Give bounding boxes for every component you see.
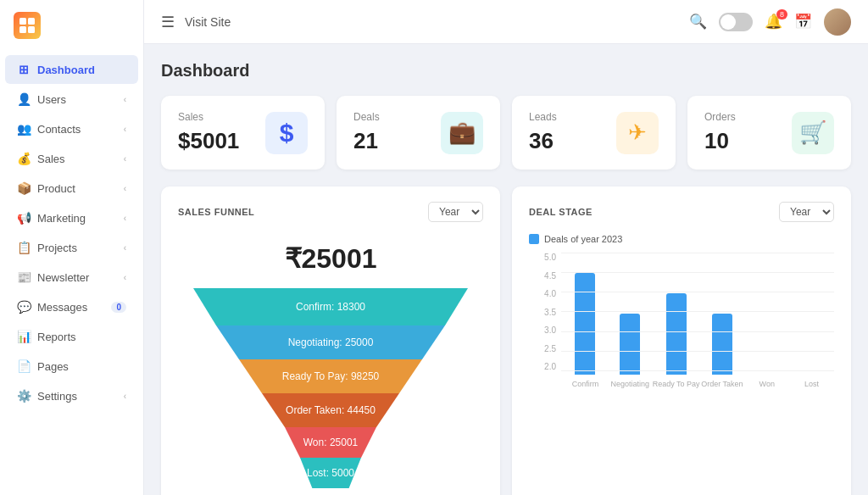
dashboard-icon: ⊞ <box>17 63 31 76</box>
sidebar-item-users[interactable]: 👤 Users ‹ <box>5 85 138 114</box>
bar-label-3: Order Taken <box>701 380 743 388</box>
nav-label-product: Product <box>37 182 75 195</box>
chevron-marketing: ‹ <box>124 214 126 223</box>
marketing-icon: 📢 <box>17 211 31 225</box>
y-label: 5.0 <box>544 253 556 262</box>
bar-group-3: Order Taken <box>700 314 745 388</box>
legend-label: Deals of year 2023 <box>544 234 622 244</box>
sidebar-item-marketing[interactable]: 📢 Marketing ‹ <box>5 203 138 232</box>
bar-group-4: Won <box>744 375 789 388</box>
messages-icon: 💬 <box>17 300 31 314</box>
stat-value-sales: $5001 <box>178 128 239 154</box>
funnel-segment-5: Lost: 5000 <box>178 458 483 488</box>
nav-left-projects: 📋 Projects <box>17 241 77 254</box>
stat-icon-deals: 💼 <box>441 112 483 154</box>
sidebar-item-projects[interactable]: 📋 Projects ‹ <box>5 233 138 262</box>
sidebar-item-newsletter[interactable]: 📰 Newsletter ‹ <box>5 263 138 292</box>
bar-label-1: Negotiating <box>610 380 649 388</box>
notification-badge: 8 <box>776 9 787 19</box>
bar-1 <box>620 314 640 375</box>
chevron-sales: ‹ <box>124 154 126 164</box>
chevron-product: ‹ <box>124 184 126 193</box>
deal-stage-card: DEAL STAGE Year 2023 2022 Deals of year … <box>512 186 851 495</box>
y-axis: 5.04.54.03.53.02.52.0 <box>529 253 561 371</box>
svg-rect-3 <box>28 26 35 33</box>
sidebar-item-pages[interactable]: 📄 Pages <box>5 352 138 381</box>
deal-year-select[interactable]: Year 2023 2022 <box>779 202 834 222</box>
sales-funnel-card: SALES FUNNEL Year 2023 2022 ₹25001 Confi… <box>161 186 500 495</box>
sidebar-item-reports[interactable]: 📊 Reports <box>5 322 138 351</box>
stat-label-deals: Deals <box>353 111 380 123</box>
y-label: 3.0 <box>544 325 556 335</box>
sidebar: ⊞ Dashboard 👤 Users ‹ 👥 Contacts ‹ 💰 Sal… <box>0 0 144 495</box>
stat-value-orders: 10 <box>704 128 736 154</box>
nav-label-reports: Reports <box>37 331 76 343</box>
chevron-newsletter: ‹ <box>124 273 126 282</box>
bar-label-5: Lost <box>804 380 819 388</box>
funnel-year-select[interactable]: Year 2023 2022 <box>428 202 483 222</box>
bar-label-0: Confirm <box>572 380 599 388</box>
notification-icon[interactable]: 🔔 8 <box>765 13 782 31</box>
bar-chart: 5.04.54.03.53.02.52.0 Confirm Negotiatin… <box>529 253 834 388</box>
sidebar-item-dashboard[interactable]: ⊞ Dashboard <box>5 55 138 84</box>
main-area: ☰ Visit Site 🔍 🔔 8 📅 Dashboard Sales $50… <box>144 0 868 495</box>
sidebar-item-product[interactable]: 📦 Product ‹ <box>5 174 138 203</box>
nav-label-settings: Settings <box>37 390 77 403</box>
y-label: 4.5 <box>544 271 556 281</box>
nav-label-contacts: Contacts <box>37 123 81 136</box>
sidebar-item-sales[interactable]: 💰 Sales ‹ <box>5 144 138 173</box>
contacts-icon: 👥 <box>17 122 31 136</box>
funnel-header: SALES FUNNEL Year 2023 2022 <box>178 202 483 222</box>
nav-label-marketing: Marketing <box>37 212 86 225</box>
sidebar-nav: ⊞ Dashboard 👤 Users ‹ 👥 Contacts ‹ 💰 Sal… <box>0 51 143 495</box>
reports-icon: 📊 <box>17 330 31 343</box>
legend-dot <box>529 234 539 244</box>
header-icons: 🔍 🔔 8 📅 <box>689 8 851 36</box>
nav-badge-messages: 0 <box>111 302 126 313</box>
funnel-segment-2: Ready To Pay: 98250 <box>178 359 483 393</box>
nav-left-newsletter: 📰 Newsletter <box>17 270 89 284</box>
menu-icon[interactable]: ☰ <box>161 13 175 31</box>
stat-card-deals: Deals 21 💼 <box>337 96 500 170</box>
stat-info-sales: Sales $5001 <box>178 111 239 154</box>
stat-info-orders: Orders 10 <box>704 111 736 154</box>
nav-left-product: 📦 Product <box>17 181 75 195</box>
funnel-title: SALES FUNNEL <box>178 207 254 217</box>
nav-left-reports: 📊 Reports <box>17 330 76 343</box>
toggle-button[interactable] <box>719 13 753 31</box>
sidebar-item-contacts[interactable]: 👥 Contacts ‹ <box>5 114 138 143</box>
nav-label-pages: Pages <box>37 360 69 373</box>
chevron-projects: ‹ <box>124 243 126 253</box>
nav-left-marketing: 📢 Marketing <box>17 211 86 225</box>
stat-label-orders: Orders <box>704 111 736 123</box>
sidebar-item-messages[interactable]: 💬 Messages 0 <box>5 292 138 321</box>
nav-label-newsletter: Newsletter <box>37 271 89 284</box>
logo-area <box>0 0 143 51</box>
stat-info-deals: Deals 21 <box>353 111 380 154</box>
bar-group-5: Lost <box>789 375 834 388</box>
y-label: 2.0 <box>544 362 556 371</box>
funnel-total: ₹25001 <box>285 242 377 275</box>
y-label: 3.5 <box>544 308 556 317</box>
funnel-segment-3: Order Taken: 44450 <box>178 393 483 427</box>
chevron-settings: ‹ <box>124 392 126 401</box>
funnel-segment-4: Won: 25001 <box>178 427 483 458</box>
sidebar-item-settings[interactable]: ⚙️ Settings ‹ <box>5 381 138 410</box>
stat-value-leads: 36 <box>529 128 557 154</box>
bar-0 <box>575 273 595 375</box>
grid-line <box>561 253 834 253</box>
app-logo[interactable] <box>14 12 41 39</box>
site-link[interactable]: Visit Site <box>185 15 231 29</box>
calendar-icon[interactable]: 📅 <box>794 13 812 31</box>
header: ☰ Visit Site 🔍 🔔 8 📅 <box>144 0 868 44</box>
nav-left-users: 👤 Users <box>17 92 66 106</box>
nav-label-sales: Sales <box>37 153 65 165</box>
stat-icon-sales: $ <box>265 112 308 154</box>
search-icon[interactable]: 🔍 <box>689 13 707 31</box>
y-label: 2.5 <box>544 344 556 353</box>
newsletter-icon: 📰 <box>17 270 31 284</box>
projects-icon: 📋 <box>17 241 31 254</box>
stat-label-leads: Leads <box>529 111 557 123</box>
user-avatar[interactable] <box>824 8 851 36</box>
sales-icon: 💰 <box>17 152 31 165</box>
